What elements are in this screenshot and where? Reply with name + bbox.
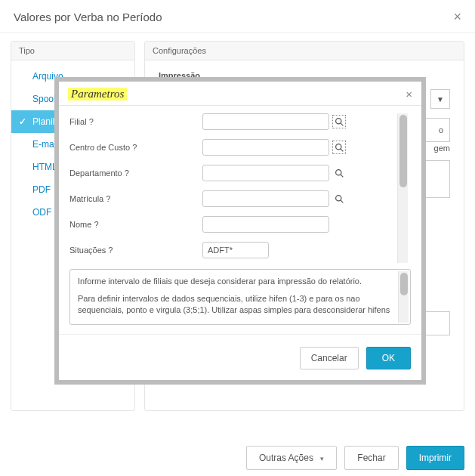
field-row-filial: Filial ? bbox=[69, 113, 394, 130]
svg-line-7 bbox=[341, 200, 343, 202]
lookup-icon[interactable] bbox=[332, 166, 346, 180]
config-panel-header: Configurações bbox=[145, 42, 464, 60]
help-scrollbar[interactable] bbox=[398, 271, 409, 323]
field-label-nome: Nome ? bbox=[69, 220, 202, 229]
parametros-body: Filial ? Centro de Custo ? Departamento … bbox=[59, 105, 421, 329]
other-actions-button[interactable]: Outras Ações ▾ bbox=[246, 446, 337, 470]
field-label-departamento: Departamento ? bbox=[69, 168, 202, 178]
parametros-header: Parametros × bbox=[59, 82, 421, 105]
filial-input[interactable] bbox=[202, 113, 329, 130]
field-row-situacoes: Situações ? bbox=[69, 242, 394, 258]
field-row-centro-custo: Centro de Custo ? bbox=[69, 139, 394, 156]
matricula-input[interactable] bbox=[202, 190, 329, 207]
svg-line-3 bbox=[341, 149, 343, 151]
field-row-matricula: Matrícula ? bbox=[69, 190, 394, 207]
config-box-1-tail: o bbox=[439, 125, 443, 134]
help-text-box: Informe intervalo de filiais que deseja … bbox=[69, 269, 411, 325]
departamento-input[interactable] bbox=[202, 165, 329, 181]
bottom-action-bar: Outras Ações ▾ Fechar Imprimir bbox=[246, 446, 464, 470]
field-row-departamento: Departamento ? bbox=[69, 165, 394, 181]
config-section-label: Impressão bbox=[159, 71, 450, 80]
parametros-close-icon[interactable]: × bbox=[406, 88, 412, 100]
centro-custo-input[interactable] bbox=[202, 139, 329, 156]
close-button[interactable]: Fechar bbox=[344, 446, 398, 470]
tipo-panel-header: Tipo bbox=[11, 42, 134, 60]
lookup-icon[interactable] bbox=[332, 115, 346, 128]
parametros-footer: Cancelar OK bbox=[59, 334, 421, 380]
print-button[interactable]: Imprimir bbox=[406, 446, 464, 470]
nome-input[interactable] bbox=[202, 216, 329, 233]
parametros-title: Parametros bbox=[68, 88, 127, 100]
situacoes-input[interactable] bbox=[202, 242, 269, 258]
parametros-modal: Parametros × Filial ? Centro de Custo ? … bbox=[59, 82, 421, 380]
form-scroll-thumb[interactable] bbox=[399, 115, 407, 187]
svg-line-5 bbox=[341, 175, 343, 177]
main-dialog-header: Valores por Verba no Período × bbox=[0, 0, 475, 33]
field-label-matricula: Matrícula ? bbox=[69, 194, 202, 203]
svg-point-6 bbox=[335, 195, 341, 200]
help-scroll-thumb[interactable] bbox=[400, 273, 408, 295]
page-title: Valores por Verba no Período bbox=[14, 11, 162, 23]
parametros-form: Filial ? Centro de Custo ? Departamento … bbox=[69, 113, 411, 263]
lookup-icon[interactable] bbox=[332, 192, 346, 206]
svg-point-2 bbox=[335, 144, 341, 149]
ok-button[interactable]: OK bbox=[366, 347, 411, 369]
other-actions-label: Outras Ações bbox=[259, 453, 313, 463]
config-dropdown-toggle[interactable]: ▼ bbox=[430, 89, 450, 109]
field-label-situacoes: Situações ? bbox=[69, 246, 202, 255]
help-text-line1: Informe intervalo de filiais que deseja … bbox=[78, 276, 390, 287]
chevron-down-icon: ▾ bbox=[320, 455, 324, 462]
cancel-button[interactable]: Cancelar bbox=[300, 347, 359, 369]
svg-point-4 bbox=[335, 169, 341, 175]
main-close-icon[interactable]: × bbox=[453, 9, 461, 25]
chevron-down-icon: ▼ bbox=[436, 95, 444, 104]
svg-line-1 bbox=[341, 123, 343, 125]
svg-point-0 bbox=[335, 118, 341, 123]
field-label-centro-custo: Centro de Custo ? bbox=[69, 143, 202, 152]
lookup-icon[interactable] bbox=[332, 141, 346, 154]
form-scrollbar[interactable] bbox=[397, 113, 408, 263]
help-text-line2: Para definir intervalos de dados sequenc… bbox=[78, 293, 390, 316]
field-row-nome: Nome ? bbox=[69, 216, 394, 233]
field-label-filial: Filial ? bbox=[69, 117, 202, 126]
